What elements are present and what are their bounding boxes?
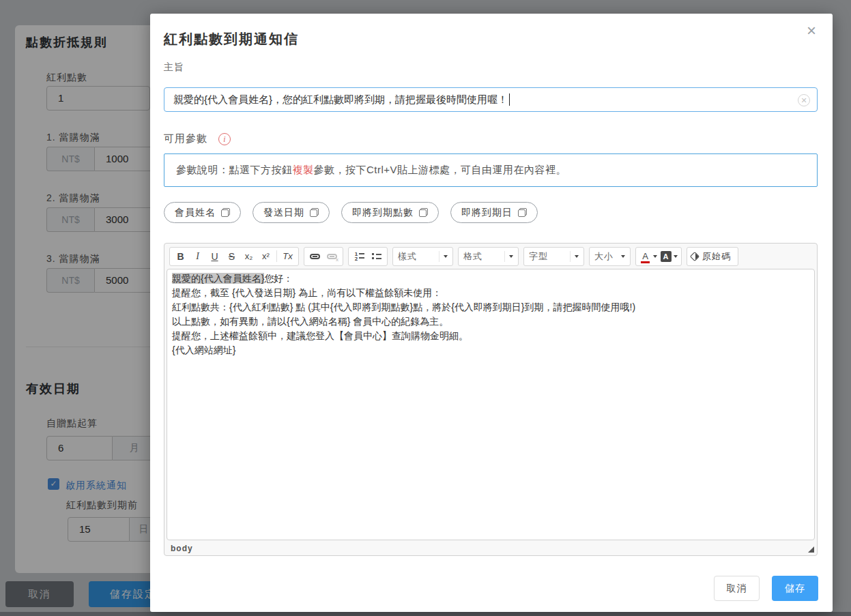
modal-cancel-button[interactable]: 取消 — [714, 576, 760, 601]
params-help-text-copy: 複製 — [293, 164, 314, 177]
font-combo-label: 字型 — [529, 250, 548, 263]
styles-combo-label: 樣式 — [398, 250, 417, 263]
toolbar-group-lists — [348, 247, 388, 266]
param-button-expiring-points[interactable]: 即將到期點數 — [341, 202, 439, 223]
background-color-button[interactable]: A — [659, 248, 679, 265]
link-icon[interactable] — [306, 248, 323, 265]
combo-divider — [439, 251, 439, 262]
text-color-glyph: A — [640, 251, 651, 261]
modal-title: 紅利點數到期通知信 — [164, 30, 299, 48]
param-button-label: 即將到期點數 — [352, 207, 414, 219]
subject-input-value: 親愛的{代入會員姓名}，您的紅利點數即將到期，請把握最後時間使用喔！ — [173, 93, 508, 106]
params-help-text-post: 參數，按下Ctrl+V貼上游標處，可自由運用在內容裡。 — [314, 164, 567, 177]
toolbar-group-links — [304, 247, 343, 266]
copy-icon — [310, 208, 319, 217]
source-code-icon — [690, 251, 699, 261]
chevron-down-icon — [509, 255, 513, 258]
param-button-label: 即將到期日 — [461, 207, 513, 219]
size-combo[interactable]: 大小 — [589, 247, 631, 266]
available-params-row: 可用參數 i — [164, 132, 231, 145]
editor-line: 以上點數，如有異動，請以{代入網站名稱} 會員中心的紀錄為主。 — [172, 314, 809, 329]
chevron-down-icon — [621, 255, 625, 258]
copy-icon — [419, 208, 428, 217]
editor-text: 您好： — [264, 273, 293, 284]
text-caret — [509, 93, 510, 106]
strikethrough-button[interactable]: S — [223, 248, 240, 265]
remove-format-button[interactable]: Tx — [279, 248, 296, 265]
editor-line: 提醒您，截至 {代入發送日期} 為止，尚有以下權益餘額未使用： — [172, 286, 809, 300]
toolbar-separator — [276, 250, 277, 262]
subscript-button[interactable]: x₂ — [240, 248, 257, 265]
unlink-icon[interactable] — [323, 248, 341, 265]
copy-icon — [518, 208, 527, 217]
font-combo[interactable]: 字型 — [523, 247, 584, 266]
editor-toolbar: B I U S x₂ x² Tx 樣式 格式 — [164, 244, 817, 269]
notification-email-modal: × 紅利點數到期通知信 主旨 親愛的{代入會員姓名}，您的紅利點數即將到期，請把… — [150, 14, 833, 612]
italic-button[interactable]: I — [189, 248, 206, 265]
unlink-glyph — [327, 254, 337, 259]
editor-line: 提醒您，上述權益餘額中，建議您登入【會員中心】查詢購物金明細。 — [172, 329, 809, 343]
param-buttons-row: 會員姓名 發送日期 即將到期點數 即將到期日 — [164, 202, 538, 223]
toolbar-group-basicstyles: B I U S x₂ x² Tx — [169, 247, 299, 266]
format-combo-label: 格式 — [463, 250, 482, 263]
size-combo-label: 大小 — [594, 250, 614, 263]
bullet-list-icon[interactable] — [368, 248, 385, 265]
editor-line: {代入網站網址} — [172, 343, 809, 357]
combo-divider — [570, 251, 571, 262]
element-path[interactable]: body — [171, 544, 193, 553]
combo-divider — [504, 251, 505, 262]
resize-handle-icon[interactable] — [808, 546, 814, 553]
underline-button[interactable]: U — [206, 248, 223, 265]
bold-button[interactable]: B — [172, 248, 189, 265]
info-icon[interactable]: i — [218, 133, 231, 145]
editor-line: 親愛的{代入會員姓名}您好： — [172, 272, 809, 286]
background-color-glyph: A — [661, 251, 672, 262]
selected-text: 親愛的{代入會員姓名} — [172, 273, 264, 284]
chevron-down-icon — [575, 255, 579, 258]
toolbar-group-colors: A A — [635, 247, 682, 266]
param-button-member-name[interactable]: 會員姓名 — [164, 202, 241, 223]
text-color-button[interactable]: A — [638, 248, 659, 265]
numbered-list-icon[interactable] — [351, 248, 368, 265]
params-help-text-pre: 參數說明：點選下方按鈕 — [176, 164, 293, 177]
available-params-label: 可用參數 — [164, 132, 207, 145]
format-combo[interactable]: 格式 — [458, 247, 519, 266]
clear-input-icon[interactable]: ✕ — [798, 94, 810, 106]
chevron-down-icon — [653, 255, 657, 258]
editor-line: 紅利點數共：{代入紅利點數} 點 (其中{代入即將到期點數}點，將於{代入即將到… — [172, 300, 809, 314]
source-button-label: 原始碼 — [699, 250, 734, 263]
copy-icon — [221, 208, 230, 217]
params-help-box: 參數說明：點選下方按鈕複製參數，按下Ctrl+V貼上游標處，可自由運用在內容裡。 — [164, 153, 818, 187]
param-button-label: 會員姓名 — [175, 207, 216, 219]
styles-combo[interactable]: 樣式 — [392, 247, 453, 266]
chevron-down-icon — [674, 255, 678, 258]
param-button-expiry-date[interactable]: 即將到期日 — [450, 202, 538, 223]
ordered-list-glyph — [354, 252, 365, 261]
superscript-button[interactable]: x² — [257, 248, 274, 265]
chevron-down-icon — [444, 255, 448, 258]
subject-label: 主旨 — [164, 61, 184, 74]
bullet-list-glyph — [371, 252, 382, 261]
link-glyph — [310, 254, 320, 259]
param-button-send-date[interactable]: 發送日期 — [253, 202, 330, 223]
rich-text-editor: B I U S x₂ x² Tx 樣式 格式 — [164, 243, 818, 556]
modal-save-button[interactable]: 儲存 — [772, 576, 818, 601]
editor-content-area[interactable]: 親愛的{代入會員姓名}您好： 提醒您，截至 {代入發送日期} 為止，尚有以下權益… — [167, 269, 815, 540]
param-button-label: 發送日期 — [263, 207, 304, 219]
source-button[interactable]: 原始碼 — [687, 247, 738, 266]
editor-status-bar: body — [164, 541, 817, 555]
subject-input[interactable]: 親愛的{代入會員姓名}，您的紅利點數即將到期，請把握最後時間使用喔！ ✕ — [164, 87, 818, 112]
close-icon[interactable]: × — [803, 22, 820, 40]
